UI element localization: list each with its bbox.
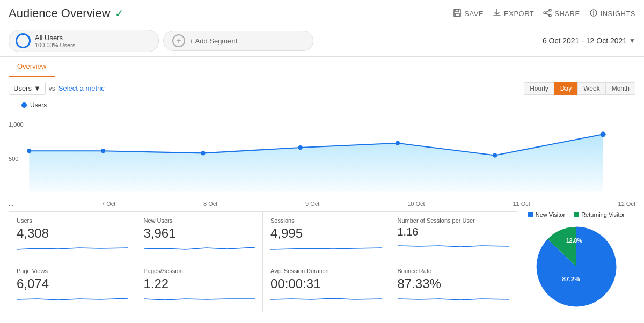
metric-pv-sparkline	[17, 293, 128, 303]
metric-new-users-value: 3,961	[144, 226, 255, 241]
metric-dropdown[interactable]: Users ▼	[9, 82, 46, 95]
day-button[interactable]: Day	[554, 82, 577, 95]
insights-button[interactable]: INSIGHTS	[589, 8, 635, 19]
header-actions: SAVE EXPORT SHARE INSIGHTS	[452, 8, 635, 19]
export-icon	[492, 8, 502, 19]
metric-as-label: Avg. Session Duration	[270, 268, 382, 274]
svg-point-4	[544, 12, 546, 14]
svg-point-5	[549, 14, 551, 17]
metric-sessions-label: Sessions	[270, 217, 382, 224]
pie-legend: New Visitor Returning Visitor	[528, 211, 625, 218]
svg-point-15	[298, 145, 303, 150]
line-chart: 1,000 500	[9, 111, 635, 200]
date-range-chevron: ▼	[629, 37, 635, 45]
svg-text:500: 500	[9, 156, 18, 162]
users-legend-label: Users	[30, 101, 47, 109]
add-segment-label: + Add Segment	[189, 37, 237, 45]
metric-ps-sparkline	[144, 293, 255, 303]
pie-svg: 87.2% 12.8%	[531, 221, 622, 312]
save-button[interactable]: SAVE	[452, 8, 484, 19]
add-segment-button[interactable]: + + Add Segment	[163, 31, 313, 51]
metric-users-value: 4,308	[17, 226, 128, 241]
metric-new-users-label: New Users	[144, 217, 255, 224]
date-range-text: 6 Oct 2021 - 12 Oct 2021	[543, 36, 627, 45]
metric-pages-session: Pages/Session 1.22	[136, 262, 264, 312]
svg-point-3	[549, 9, 551, 11]
metric-new-users: New Users 3,961	[136, 212, 264, 262]
check-icon: ✓	[115, 7, 124, 20]
metric-spu-value: 1.16	[398, 226, 510, 238]
insights-icon	[589, 8, 598, 19]
header-left: Audience Overview ✓	[9, 6, 124, 20]
segment-info: All Users 100.00% Users	[35, 34, 75, 48]
x-label-4: 10 Oct	[407, 201, 425, 207]
date-range-selector[interactable]: 6 Oct 2021 - 12 Oct 2021 ▼	[543, 36, 635, 45]
x-label-1: 7 Oct	[101, 201, 115, 207]
metric-sessions-value: 4,995	[270, 226, 382, 241]
svg-rect-2	[455, 13, 459, 16]
x-label-3: 9 Oct	[305, 201, 319, 207]
svg-point-16	[396, 141, 400, 145]
new-visitor-label: New Visitor	[536, 211, 565, 218]
metric-users-label: Users	[17, 217, 128, 224]
x-axis: ... 7 Oct 8 Oct 9 Oct 10 Oct 11 Oct 12 O…	[0, 200, 644, 207]
segment-dot	[16, 33, 31, 48]
x-label-0: ...	[9, 201, 13, 207]
export-button[interactable]: EXPORT	[492, 8, 534, 19]
x-label-6: 12 Oct	[618, 201, 635, 207]
tab-overview[interactable]: Overview	[9, 57, 55, 77]
pie-chart-section: New Visitor Returning Visitor	[517, 211, 635, 312]
metric-pv-value: 6,074	[17, 276, 128, 291]
share-icon	[543, 8, 552, 19]
svg-point-17	[493, 153, 497, 157]
chart-svg: 1,000 500	[9, 111, 635, 200]
svg-text:87.2%: 87.2%	[562, 275, 580, 282]
svg-marker-11	[29, 134, 603, 191]
segment-pct: 100.00% Users	[35, 42, 75, 48]
svg-point-13	[101, 149, 105, 153]
svg-point-14	[201, 151, 205, 155]
segments-bar: All Users 100.00% Users + + Add Segment …	[0, 25, 644, 57]
share-button[interactable]: SHARE	[543, 8, 580, 19]
chart-controls: Users ▼ vs Select a metric Hourly Day We…	[0, 77, 644, 99]
metric-sessions: Sessions 4,995	[263, 212, 390, 262]
metric-spu-label: Number of Sessions per User	[398, 217, 510, 224]
svg-point-18	[601, 131, 606, 137]
pie-chart: 87.2% 12.8%	[531, 221, 622, 312]
svg-point-12	[27, 149, 31, 153]
svg-text:12.8%: 12.8%	[566, 237, 583, 244]
returning-visitor-legend: Returning Visitor	[574, 211, 625, 218]
svg-rect-1	[456, 9, 459, 12]
metric-page-views: Page Views 6,074	[9, 262, 136, 312]
metric-br-value: 87.33%	[398, 276, 510, 291]
month-button[interactable]: Month	[606, 82, 635, 95]
segment-name: All Users	[35, 34, 75, 42]
chart-legend: Users	[9, 99, 635, 109]
metric-users: Users 4,308	[9, 212, 136, 262]
metric-as-sparkline	[270, 293, 382, 303]
metric-sessions-per-user: Number of Sessions per User 1.16	[390, 212, 517, 262]
chart-area: Users 1,000 500	[0, 99, 644, 200]
metric-new-users-sparkline	[144, 243, 255, 253]
add-segment-icon: +	[172, 34, 185, 47]
page-header: Audience Overview ✓ SAVE EXPORT SHARE I	[0, 0, 644, 25]
time-buttons: Hourly Day Week Month	[524, 82, 635, 95]
returning-visitor-color	[574, 212, 579, 217]
metric-users-sparkline	[17, 243, 128, 253]
tabs-bar: Overview	[0, 57, 644, 77]
metric-avg-session: Avg. Session Duration 00:00:31	[263, 262, 390, 312]
metric-br-sparkline	[398, 293, 510, 303]
metric-sessions-sparkline	[270, 243, 382, 253]
metrics-section: Users 4,308 New Users 3,961 Sessions 4,9…	[0, 207, 644, 312]
metric-pv-label: Page Views	[17, 268, 128, 274]
metric-chevron-icon: ▼	[34, 84, 41, 92]
hourly-button[interactable]: Hourly	[524, 82, 554, 95]
returning-visitor-label: Returning Visitor	[581, 211, 625, 218]
all-users-segment[interactable]: All Users 100.00% Users	[9, 30, 159, 52]
metric-bounce-rate: Bounce Rate 87.33%	[390, 262, 517, 312]
week-button[interactable]: Week	[577, 82, 605, 95]
save-icon	[452, 8, 462, 19]
new-visitor-color	[528, 212, 533, 217]
page-title: Audience Overview	[9, 6, 111, 20]
select-metric-link[interactable]: Select a metric	[58, 84, 105, 92]
